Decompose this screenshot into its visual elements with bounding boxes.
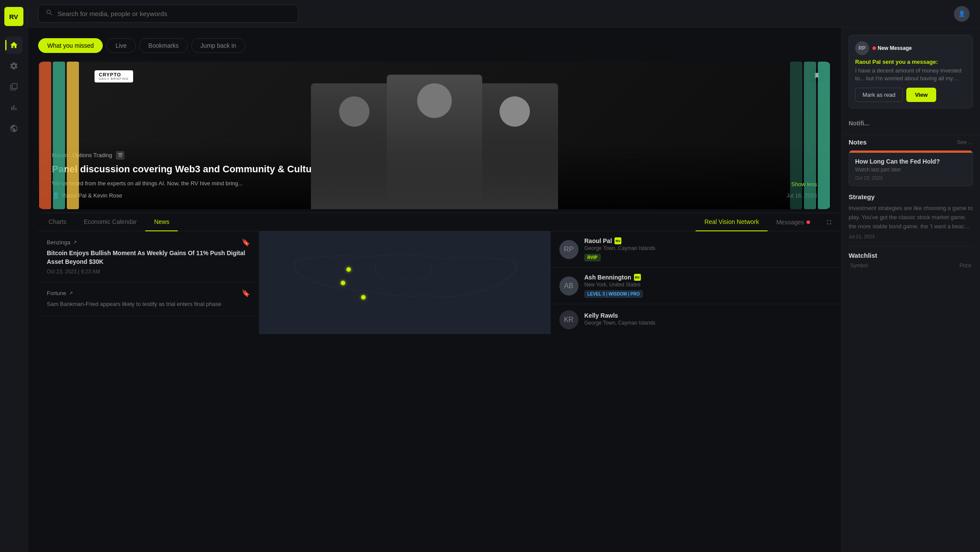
- note-card[interactable]: How Long Can the Fed Hold? Watch last pa…: [849, 150, 973, 186]
- map-background: [259, 231, 550, 334]
- tab-messages[interactable]: Messages: [768, 213, 819, 231]
- header-right: 👤: [954, 6, 970, 22]
- notes-see-all[interactable]: See ...: [957, 139, 973, 145]
- center-panel: What you missed Live Bookmarks Jump back…: [28, 28, 841, 552]
- expand-panel-button[interactable]: [819, 213, 840, 231]
- mark-as-read-button[interactable]: Mark as read: [855, 88, 903, 102]
- msg-sender-name: Raoul Pal: [855, 59, 881, 65]
- hero-main[interactable]: CRYPTO DAILY BRIEFING: [38, 62, 831, 209]
- new-message-badge: New Message: [872, 45, 912, 51]
- tab-real-vision-network[interactable]: Real Vision Network: [696, 213, 768, 231]
- new-message-label: New Message: [878, 45, 912, 51]
- person-initials-2: KR: [564, 316, 573, 324]
- sidebar-item-home[interactable]: [5, 36, 23, 54]
- tab-economic-calendar[interactable]: Economic Calendar: [75, 213, 145, 231]
- sidebar-item-library[interactable]: [5, 78, 23, 95]
- tab-jump-back[interactable]: Jump back in: [191, 38, 245, 53]
- note-title: How Long Can the Fed Hold?: [855, 158, 967, 165]
- notifications-section-header: Notifi...: [842, 115, 980, 131]
- watchlist-section: Watchlist Symbol Price: [849, 246, 973, 269]
- msg-preview-text: I have a decent amount of money invested…: [855, 67, 967, 82]
- sidebar: RV: [0, 0, 28, 552]
- note-date: Oct 23, 2023: [855, 175, 967, 181]
- network-panel: RP Raoul Pal RV George Town, Cayman Isla…: [550, 231, 842, 334]
- bottom-tab-bar: Charts Economic Calendar News Real Visio…: [38, 213, 841, 231]
- watchlist-title: Watchlist: [849, 252, 877, 259]
- person-initials-0: RP: [564, 246, 573, 253]
- news-bookmark-1[interactable]: 🔖: [242, 289, 250, 297]
- hero-color-bars-right: [774, 62, 831, 209]
- person-name-2: Kelly Rawls: [585, 312, 833, 319]
- news-source-0: Benzinga ↗ 🔖: [47, 238, 250, 246]
- header-avatar[interactable]: 👤: [954, 6, 970, 22]
- rv-badge-0: RV: [614, 237, 621, 244]
- tab-charts[interactable]: Charts: [40, 213, 75, 231]
- external-link-icon-0: ↗: [73, 240, 77, 245]
- tab-navigation: What you missed Live Bookmarks Jump back…: [38, 38, 841, 53]
- messages-unread-dot: [807, 220, 810, 224]
- sidebar-logo[interactable]: RV: [4, 7, 23, 26]
- person-avatar-2: KR: [559, 310, 578, 329]
- bottom-panel: Charts Economic Calendar News Real Visio…: [38, 213, 841, 334]
- news-date-0: Oct 23, 2023 | 9:23 AM: [47, 269, 250, 275]
- network-person-0[interactable]: RP Raoul Pal RV George Town, Cayman Isla…: [551, 231, 842, 268]
- tab-bookmarks[interactable]: Bookmarks: [139, 38, 188, 53]
- bottom-tab-right: Real Vision Network Messages: [696, 213, 840, 231]
- news-bookmark-0[interactable]: 🔖: [242, 238, 250, 246]
- view-message-button[interactable]: View: [906, 88, 936, 102]
- person-initials-1: AB: [564, 282, 573, 290]
- crypto-daily-briefing-logo: CRYPTO DAILY BRIEFING: [95, 70, 133, 82]
- news-panel: Benzinga ↗ 🔖 Bitcoin Enjoys Bullish Mome…: [38, 231, 259, 334]
- news-excerpt-1: Sam Bankman-Fried appears likely to test…: [47, 300, 250, 309]
- msg-notification-header: RP New Message: [855, 41, 967, 55]
- main-content: 👤 What you missed Live Bookmarks Jump ba…: [28, 0, 980, 552]
- news-item-1[interactable]: Fortune ↗ 🔖 Sam Bankman-Fried appears li…: [38, 282, 259, 316]
- person-name-1: Ash Bennington RV: [585, 274, 833, 281]
- header: 👤: [28, 0, 980, 28]
- news-title-0: Bitcoin Enjoys Bullish Moment As Weekly …: [47, 249, 250, 266]
- person-level-0: RVIP: [585, 254, 601, 261]
- person-avatar-0: RP: [559, 240, 578, 259]
- external-link-icon-1: ↗: [69, 290, 73, 296]
- strategy-text: Investment strategies are like choosing …: [849, 204, 973, 231]
- sidebar-item-analytics[interactable]: [5, 99, 23, 116]
- search-input[interactable]: [58, 10, 291, 17]
- sidebar-item-settings[interactable]: [5, 57, 23, 75]
- news-source-name-0: Benzinga: [47, 239, 70, 246]
- message-notification: RP New Message Raoul Pal sent you a mess…: [849, 35, 973, 108]
- hero-color-bars-left: [38, 62, 82, 209]
- msg-actions: Mark as read View: [855, 88, 967, 102]
- note-content: How Long Can the Fed Hold? Watch last pa…: [849, 153, 973, 186]
- sidebar-item-globe[interactable]: [5, 120, 23, 137]
- strategy-title: Strategy: [849, 193, 973, 200]
- rv-badge-1: RV: [634, 274, 641, 281]
- watchlist-columns: Symbol Price: [849, 263, 973, 269]
- watchlist-col-price: Price: [960, 263, 971, 269]
- person-info-0: Raoul Pal RV George Town, Cayman Islands…: [585, 237, 833, 261]
- person-location-0: George Town, Cayman Islands: [585, 245, 833, 251]
- network-person-1[interactable]: AB Ash Bennington RV New York, United St…: [551, 268, 842, 304]
- hero-section: CRYPTO DAILY BRIEFING: [38, 62, 831, 209]
- new-message-dot: [872, 46, 876, 50]
- person-avatar-1: AB: [559, 276, 578, 296]
- person-location-2: George Town, Cayman Islands: [585, 320, 833, 326]
- person-info-2: Kelly Rawls George Town, Cayman Islands: [585, 312, 833, 328]
- person-info-1: Ash Bennington RV New York, United State…: [585, 274, 833, 298]
- notifications-label: Notifi...: [849, 120, 869, 127]
- tab-what-you-missed[interactable]: What you missed: [38, 38, 103, 53]
- tab-live[interactable]: Live: [106, 38, 136, 53]
- person-location-1: New York, United States: [585, 282, 833, 288]
- right-sidebar: RP New Message Raoul Pal sent you a mess…: [841, 28, 980, 552]
- strategy-date: Jul 21, 2023: [849, 234, 973, 239]
- person-level-1: LEVEL 3 | WISDOM | PRO: [585, 290, 643, 298]
- news-source-1: Fortune ↗ 🔖: [47, 289, 250, 297]
- bottom-content: Benzinga ↗ 🔖 Bitcoin Enjoys Bullish Mome…: [38, 231, 841, 334]
- search-bar[interactable]: [38, 5, 298, 23]
- notes-section: Notes See ... How Long Can the Fed Hold?…: [849, 138, 973, 186]
- content-area: What you missed Live Bookmarks Jump back…: [28, 28, 980, 552]
- section-divider-1: [842, 135, 980, 135]
- network-person-2[interactable]: KR Kelly Rawls George Town, Cayman Islan…: [551, 304, 842, 334]
- news-item-0[interactable]: Benzinga ↗ 🔖 Bitcoin Enjoys Bullish Mome…: [38, 231, 259, 282]
- tab-news[interactable]: News: [145, 213, 178, 231]
- msg-sender-info: Raoul Pal sent you a message:: [855, 59, 967, 65]
